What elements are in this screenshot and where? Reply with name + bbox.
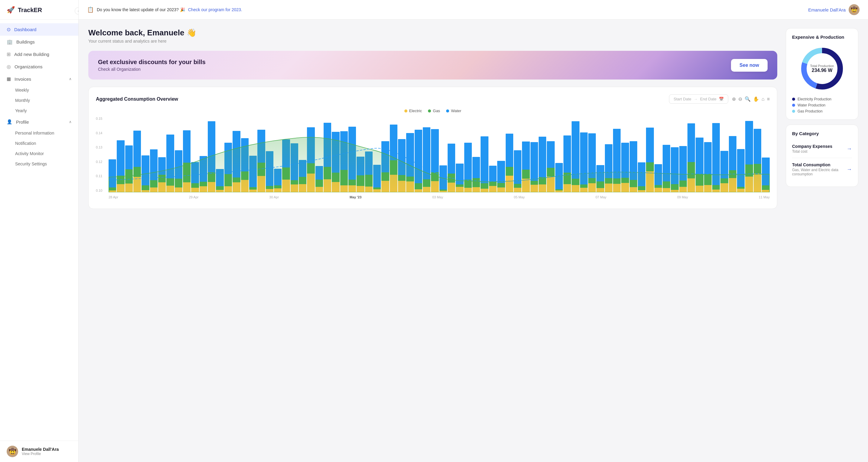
bar-segment: [299, 177, 306, 184]
sidebar-item-security-settings[interactable]: Security Settings: [0, 159, 78, 169]
bar-group: [497, 117, 505, 192]
category-item-consumption[interactable]: Total Consumption Gas, Water and Electri…: [792, 158, 852, 181]
bar-segment: [464, 143, 472, 180]
bar-group: [489, 117, 497, 192]
bar-group: [241, 117, 249, 192]
bar-segment: [514, 188, 521, 193]
sidebar-item-activity-monitor[interactable]: Activity Monitor: [0, 149, 78, 159]
stacked-bar: [257, 130, 265, 192]
sidebar-item-yearly[interactable]: Yearly: [0, 105, 78, 116]
bar-group: [332, 117, 339, 192]
view-profile-link[interactable]: View Profile: [22, 452, 72, 456]
sidebar-user[interactable]: 🤠 Emanuele Dall'Ara View Profile: [0, 440, 78, 462]
bar-segment: [596, 165, 604, 181]
bar-group: [191, 117, 199, 192]
bar-segment: [472, 187, 480, 192]
bar-segment: [299, 160, 306, 177]
bar-segment: [125, 169, 133, 184]
bar-segment: [381, 181, 389, 192]
side-panel: Expensive & Production Total Pro: [786, 28, 858, 454]
stacked-bar: [232, 131, 240, 192]
bar-group: [390, 117, 397, 192]
sidebar-group-invoices[interactable]: ▦ Invoices ∧: [0, 73, 78, 85]
sidebar-item-weekly[interactable]: Weekly: [0, 85, 78, 95]
bar-segment: [447, 144, 455, 174]
bar-segment: [282, 167, 290, 180]
bar-group: [754, 117, 761, 192]
bar-group: [381, 117, 389, 192]
bar-group: [605, 117, 613, 192]
date-range-picker[interactable]: Start Date → End Date 📅: [669, 94, 728, 104]
bar-group: [125, 117, 133, 192]
stacked-bar: [663, 145, 670, 192]
bar-segment: [166, 178, 174, 186]
zoom-out-icon[interactable]: ⊖: [738, 96, 742, 102]
bar-segment: [588, 133, 596, 178]
user-name: Emanuele Dall'Ara: [22, 447, 72, 452]
sidebar-item-personal-information[interactable]: Personal Information: [0, 128, 78, 138]
bar-group: [150, 117, 158, 192]
legend-gas: Gas: [428, 109, 440, 113]
stacked-bar: [571, 121, 579, 192]
bar-segment: [249, 156, 257, 187]
bar-segment: [605, 178, 613, 184]
end-date-placeholder: End Date: [700, 97, 716, 101]
bar-segment: [654, 164, 662, 185]
sidebar-item-notification[interactable]: Notification: [0, 138, 78, 149]
stacked-bar: [133, 131, 141, 192]
calendar-icon[interactable]: 📅: [719, 97, 724, 101]
sidebar-group-label: Profile: [16, 119, 29, 125]
bar-segment: [539, 184, 546, 192]
bar-segment: [522, 179, 530, 192]
buildings-icon: 🏢: [7, 39, 13, 45]
menu-icon[interactable]: ≡: [767, 96, 770, 102]
sidebar-group-profile[interactable]: 👤 Profile ∧: [0, 116, 78, 128]
stacked-bar: [621, 143, 629, 192]
stacked-bar: [704, 142, 712, 192]
category-card: By Category Company Expenses Total cost …: [786, 125, 858, 187]
see-now-button[interactable]: See now: [731, 59, 768, 72]
sidebar-item-buildings[interactable]: 🏢 Buildings: [0, 36, 78, 48]
magnify-icon[interactable]: 🔍: [745, 96, 751, 102]
bar-segment: [439, 165, 447, 190]
bar-group: [216, 117, 223, 192]
bar-segment: [555, 190, 563, 192]
notice-link[interactable]: Check our program for 2023.: [188, 7, 242, 12]
category-item-expenses[interactable]: Company Expenses Total cost →: [792, 140, 852, 158]
stacked-bar: [580, 132, 588, 192]
zoom-in-icon[interactable]: ⊕: [732, 96, 736, 102]
bar-segment: [323, 123, 331, 167]
logo-icon: 🚀: [7, 6, 15, 14]
bar-group: [638, 117, 645, 192]
bar-segment: [729, 178, 737, 192]
stacked-bar: [638, 162, 645, 192]
bar-segment: [555, 163, 563, 189]
bar-segment: [605, 184, 613, 192]
home-icon[interactable]: ⌂: [762, 96, 765, 102]
bar-group: [663, 117, 670, 192]
pan-icon[interactable]: ✋: [753, 96, 759, 102]
sidebar-item-organizations[interactable]: ◎ Organizations: [0, 60, 78, 73]
bar-group: [654, 117, 662, 192]
bar-group: [323, 117, 331, 192]
stacked-bar: [348, 127, 356, 192]
stacked-bar: [596, 165, 604, 192]
sidebar-collapse-button[interactable]: ‹: [75, 7, 79, 14]
sidebar-item-monthly[interactable]: Monthly: [0, 95, 78, 105]
chart-controls: ⊕ ⊖ 🔍 ✋ ⌂ ≡: [732, 96, 770, 102]
bar-segment: [415, 189, 422, 192]
bar-group: [530, 117, 538, 192]
stacked-bar: [274, 169, 282, 192]
sidebar-item-add-building[interactable]: ⊞ Add new Building: [0, 48, 78, 60]
category-sub: Total cost: [792, 149, 832, 154]
bar-segment: [415, 130, 422, 184]
bar-group: [183, 117, 190, 192]
sidebar-item-dashboard[interactable]: ⊙ Dashboard: [0, 23, 78, 36]
topbar-user[interactable]: Emanuele Dall'Ara 🤠: [808, 4, 860, 15]
bar-group: [621, 117, 629, 192]
sidebar-item-label: Add new Building: [14, 52, 49, 57]
bar-segment: [596, 188, 604, 192]
bar-segment: [447, 174, 455, 183]
gas-prod-dot: [792, 110, 795, 113]
bar-segment: [332, 182, 339, 192]
